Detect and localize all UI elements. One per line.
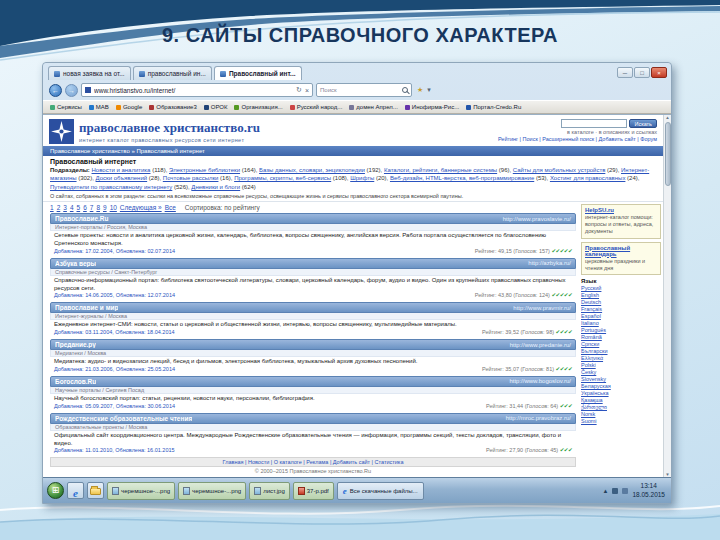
language-link[interactable]: Românã bbox=[581, 334, 661, 340]
language-link[interactable]: Português bbox=[581, 327, 661, 333]
url-text[interactable]: www.hristianstvo.ru/internet/ bbox=[94, 87, 293, 94]
category-link[interactable]: Веб-дизайн, HTML-верстка, веб-программир… bbox=[390, 175, 534, 181]
favorites-item[interactable]: Портал-Credo.Ru bbox=[466, 104, 521, 110]
pagination-page[interactable]: 9 bbox=[103, 204, 107, 211]
forward-button[interactable]: → bbox=[65, 84, 78, 97]
footer-links[interactable]: Главная | Новости | О каталоге | Реклама… bbox=[50, 457, 576, 467]
entry-url-link[interactable]: http://azbyka.ru/ bbox=[528, 260, 571, 266]
pagination-page[interactable]: 5 bbox=[77, 204, 81, 211]
entry-title-link[interactable]: Азбука веры bbox=[55, 260, 96, 267]
header-links[interactable]: Рейтинг | Поиск | Расширенный поиск | До… bbox=[498, 136, 657, 142]
stop-icon[interactable]: × bbox=[305, 87, 309, 94]
browser-tab[interactable]: новая заявка на от... bbox=[48, 66, 131, 80]
pagination-page[interactable]: 7 bbox=[90, 204, 94, 211]
sort-control[interactable]: Сортировка: по рейтингу bbox=[185, 204, 260, 211]
language-link[interactable]: Français bbox=[581, 306, 661, 312]
language-link[interactable]: Slovensky bbox=[581, 376, 661, 382]
entry-url-link[interactable]: http://www.predanie.ru/ bbox=[510, 342, 571, 348]
favorites-item[interactable]: Русский народ... bbox=[290, 104, 343, 110]
language-link[interactable]: Norsk bbox=[581, 411, 661, 417]
category-link[interactable]: Электронные библиотеки bbox=[169, 167, 240, 173]
refresh-icon[interactable]: ↻ bbox=[296, 86, 302, 94]
language-link[interactable]: Česky bbox=[581, 369, 661, 375]
pagination-all[interactable]: Все bbox=[165, 204, 176, 211]
language-link[interactable]: Български bbox=[581, 348, 661, 354]
category-link[interactable]: Программы, скрипты, веб-сервисы bbox=[234, 175, 331, 181]
pagination-page[interactable]: 1 bbox=[50, 204, 54, 211]
category-link[interactable]: Путеводители по православному интернету bbox=[50, 184, 172, 190]
language-link[interactable]: Español bbox=[581, 313, 661, 319]
page-scrollbar[interactable]: ▲ ▼ bbox=[663, 115, 671, 477]
favorites-star-icon[interactable]: ★ bbox=[417, 86, 423, 94]
pagination-page[interactable]: 8 bbox=[96, 204, 100, 211]
entry-title-link[interactable]: Православие.Ru bbox=[55, 215, 109, 222]
taskbar-file-button[interactable]: черемшное-...png bbox=[107, 482, 175, 500]
tray-clock[interactable]: 13:14 18.05.2015 bbox=[632, 482, 665, 498]
category-link[interactable]: Базы данных, словари, энциклопедии bbox=[259, 167, 365, 173]
language-link[interactable]: Српски bbox=[581, 341, 661, 347]
language-link[interactable]: Українська bbox=[581, 390, 661, 396]
scroll-down-icon[interactable]: ▼ bbox=[665, 472, 669, 477]
entry-title-link[interactable]: Рождественские образовательные чтения bbox=[55, 415, 192, 422]
minimize-button[interactable]: ─ bbox=[617, 67, 633, 78]
category-link[interactable]: Дневники и блоги bbox=[191, 184, 240, 190]
entry-url-link[interactable]: http://www.pravmir.ru/ bbox=[513, 305, 571, 311]
category-link[interactable]: Новости и аналитика bbox=[92, 167, 151, 173]
sidebar-box-1-title[interactable]: HelpSU.ru bbox=[585, 207, 657, 213]
pagination-page[interactable]: 3 bbox=[63, 204, 67, 211]
browser-tab[interactable]: православный ин... bbox=[133, 66, 212, 80]
language-link[interactable]: Italiano bbox=[581, 320, 661, 326]
pagination-page[interactable]: 2 bbox=[57, 204, 61, 211]
taskbar-file-button[interactable]: лист.jpg bbox=[249, 482, 290, 500]
url-field[interactable]: www.hristianstvo.ru/internet/ ↻ × bbox=[81, 83, 313, 97]
sidebar-box-1[interactable]: HelpSU.ru интернет-каталог помощи: вопро… bbox=[581, 204, 661, 238]
start-button[interactable]: ⊞ bbox=[47, 482, 64, 499]
language-link[interactable]: Ελληνικά bbox=[581, 355, 661, 361]
volume-icon[interactable] bbox=[622, 488, 628, 494]
all-downloads-button[interactable]: e Все скачанные файлы... bbox=[337, 482, 424, 500]
taskbar-file-button[interactable]: 37-p.pdf bbox=[293, 482, 334, 500]
pagination-page[interactable]: 6 bbox=[83, 204, 87, 211]
entry-url-link[interactable]: http://www.bogoslov.ru/ bbox=[509, 378, 571, 384]
favorites-item[interactable]: МАВ bbox=[89, 104, 109, 110]
language-link[interactable]: Deutsch bbox=[581, 299, 661, 305]
favorites-item[interactable]: Сервисы bbox=[50, 104, 82, 110]
favorites-item[interactable]: Google bbox=[116, 104, 142, 110]
entry-title-link[interactable]: Богослов.Ru bbox=[55, 378, 96, 385]
category-link[interactable]: Сайты для мобильных устройств bbox=[513, 167, 606, 173]
maximize-button[interactable]: □ bbox=[634, 67, 650, 78]
scrollbar-thumb[interactable] bbox=[665, 122, 671, 186]
category-link[interactable]: Хостинг для православных bbox=[550, 175, 626, 181]
pagination-next[interactable]: Следующая » bbox=[120, 204, 162, 211]
catalog-search-button[interactable]: Искать bbox=[629, 119, 657, 128]
back-button[interactable]: ← bbox=[49, 84, 62, 97]
favorites-item[interactable]: ОРОК bbox=[204, 104, 228, 110]
sidebar-box-2-title[interactable]: Православный календарь bbox=[585, 245, 657, 257]
category-link[interactable]: Шрифты bbox=[350, 175, 374, 181]
taskbar-file-button[interactable]: черемшное-...png bbox=[178, 482, 246, 500]
entry-url-link[interactable]: http://mroc.pravobraz.ru/ bbox=[506, 415, 571, 421]
close-button[interactable]: × bbox=[651, 67, 667, 78]
category-link[interactable]: Доски объявлений bbox=[96, 175, 148, 181]
category-link[interactable]: Каталоги, рейтинги, баннерные системы bbox=[384, 167, 497, 173]
pagination-page[interactable]: 4 bbox=[70, 204, 74, 211]
language-link[interactable]: Русский bbox=[581, 285, 661, 291]
search-options[interactable]: в каталоге · в описаниях и ссылках bbox=[498, 129, 657, 135]
entry-title-link[interactable]: Предание.ру bbox=[55, 341, 96, 348]
language-link[interactable]: ქართული bbox=[581, 404, 661, 410]
search-icon[interactable] bbox=[402, 87, 408, 93]
category-link[interactable]: Почтовые рассылки bbox=[163, 175, 219, 181]
catalog-search-input[interactable] bbox=[561, 119, 627, 128]
pagination-page[interactable]: 10 bbox=[110, 204, 117, 211]
explorer-folder-icon[interactable] bbox=[87, 482, 104, 499]
scroll-up-icon[interactable]: ▲ bbox=[665, 115, 669, 120]
site-name[interactable]: православное христианство.ru bbox=[79, 120, 260, 136]
favorites-item[interactable]: домен Апрел... bbox=[349, 104, 398, 110]
sidebar-box-2[interactable]: Православный календарь церковные праздни… bbox=[581, 242, 661, 275]
browser-tab[interactable]: Православный инт... bbox=[214, 66, 302, 80]
internet-explorer-icon[interactable]: e bbox=[67, 482, 84, 499]
network-icon[interactable] bbox=[612, 488, 618, 494]
entry-url-link[interactable]: http://www.pravoslavie.ru/ bbox=[503, 216, 571, 222]
search-input[interactable]: Поиск bbox=[316, 83, 412, 97]
hidden-icons-chevron[interactable]: ▲ bbox=[603, 488, 609, 494]
